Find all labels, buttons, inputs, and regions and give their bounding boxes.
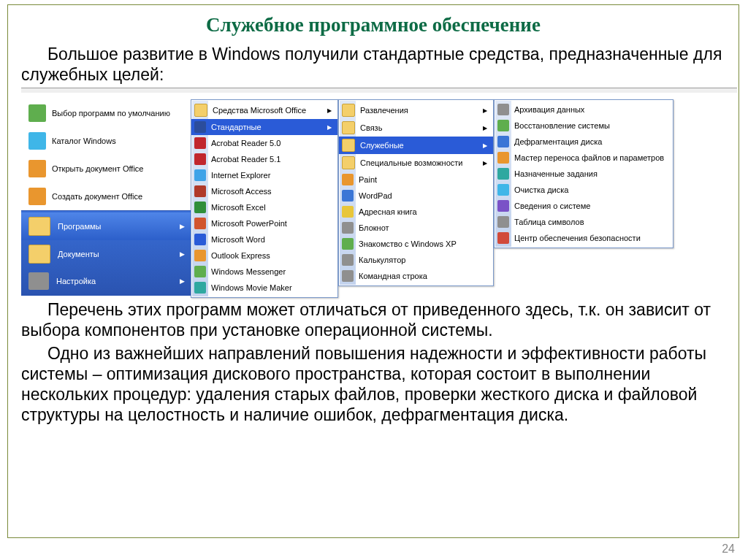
chevron-right-icon: ▶ — [483, 160, 487, 166]
start-item-label: Открыть документ Office — [52, 164, 144, 173]
body-text: Перечень этих программ может отличаться … — [8, 299, 739, 425]
menu-item-label: Служебные — [360, 141, 404, 150]
menu-item[interactable]: Дефрагментация диска — [495, 134, 673, 150]
menu-item[interactable]: Развлечения▶ — [339, 101, 493, 119]
menu-item-label: Windows Movie Maker — [211, 283, 292, 292]
menu-item-label: Internet Explorer — [211, 171, 270, 180]
chevron-right-icon: ▶ — [483, 125, 487, 131]
intro-paragraph: Большое развитие в Windows получили стан… — [8, 44, 739, 85]
open-office-icon — [28, 160, 46, 177]
start-item[interactable]: Создать документ Office — [21, 183, 191, 210]
menu-item[interactable]: WordPad — [339, 188, 493, 204]
menu-item[interactable]: Связь▶ — [339, 119, 493, 137]
start-item[interactable]: Открыть документ Office — [21, 155, 191, 183]
menu-item[interactable]: Microsoft Word — [191, 231, 337, 248]
menu-item[interactable]: Windows Movie Maker — [191, 280, 337, 296]
chevron-right-icon: ▶ — [483, 107, 487, 114]
menu-item[interactable]: Восстановление системы — [495, 118, 673, 134]
menu-item[interactable]: Стандартные▶ — [191, 119, 337, 135]
program-icon — [342, 270, 354, 282]
menu-item-label: Таблица символов — [514, 218, 584, 226]
menu-item-label: WordPad — [359, 191, 392, 200]
program-icon — [194, 169, 206, 181]
program-icon — [497, 104, 509, 115]
program-icon — [342, 222, 354, 234]
menu-item[interactable]: Microsoft PowerPoint — [191, 215, 337, 231]
menu-item-label: Знакомство с Windows XP — [359, 239, 457, 248]
programs-submenu: Средства Microsoft Office▶Стандартные▶Ac… — [191, 99, 338, 298]
menu-item-label: Очистка диска — [514, 185, 568, 194]
program-icon — [194, 104, 207, 117]
system-tools-submenu: Архивация данныхВосстановление системыДе… — [494, 99, 673, 248]
start-item-label: Выбор программ по умолчанию — [52, 109, 170, 118]
menu-item[interactable]: Центр обеспечения безопасности — [495, 230, 673, 246]
menu-item[interactable]: Windows Messenger — [191, 264, 337, 280]
menu-item[interactable]: Таблица символов — [495, 214, 673, 230]
standard-submenu: Развлечения▶Связь▶Служебные▶Специальные … — [338, 99, 494, 286]
menu-item[interactable]: Знакомство с Windows XP — [339, 236, 493, 252]
menu-item[interactable]: Специальные возможности▶ — [339, 154, 493, 172]
program-icon — [497, 184, 509, 196]
menu-item[interactable]: Сведения о системе — [495, 198, 673, 214]
menu-item-label: Сведения о системе — [514, 202, 590, 210]
menu-item[interactable]: Архивация данных — [495, 101, 673, 118]
menu-item[interactable]: Internet Explorer — [191, 167, 337, 183]
start-settings[interactable]: Настройка ▶ — [21, 268, 191, 294]
menu-item[interactable]: Блокнот — [339, 220, 493, 236]
menu-item-label: Центр обеспечения безопасности — [514, 234, 641, 242]
menu-item[interactable]: Мастер переноса файлов и параметров — [495, 150, 673, 166]
menu-item[interactable]: Outlook Express — [191, 248, 337, 264]
menu-item[interactable]: Адресная книга — [339, 204, 493, 220]
program-icon — [342, 238, 354, 250]
program-icon — [342, 156, 355, 169]
program-icon — [342, 190, 354, 202]
menu-item[interactable]: Командная строка — [339, 268, 493, 284]
para-1: Большое развитие в Windows получили стан… — [21, 44, 727, 85]
para-3: Одно из важнейших направлений повышения … — [21, 343, 727, 425]
start-left-panel: Выбор программ по умолчанию Каталог Wind… — [21, 99, 191, 296]
menu-item-label: Средства Microsoft Office — [213, 106, 306, 115]
program-icon — [342, 104, 355, 117]
program-icon — [497, 232, 509, 244]
program-icon — [497, 152, 509, 164]
menu-item[interactable]: Acrobat Reader 5.1 — [191, 151, 337, 167]
menu-item[interactable]: Служебные▶ — [339, 137, 493, 154]
start-documents[interactable]: Документы ▶ — [21, 240, 191, 268]
menu-item-label: Командная строка — [359, 272, 427, 280]
menu-item-label: Мастер переноса файлов и параметров — [514, 153, 664, 162]
start-item[interactable]: Выбор программ по умолчанию — [21, 99, 191, 127]
menu-item[interactable]: Назначенные задания — [495, 166, 673, 182]
program-icon — [497, 200, 509, 212]
program-icon — [194, 185, 206, 197]
menu-item-label: Стандартные — [211, 123, 262, 131]
documents-icon — [28, 245, 50, 264]
ruler-decor — [21, 88, 737, 99]
program-icon — [194, 282, 206, 294]
menu-item[interactable]: Очистка диска — [495, 182, 673, 198]
program-icon — [194, 218, 206, 229]
program-icon — [342, 206, 354, 218]
menu-item-label: Microsoft PowerPoint — [211, 219, 287, 228]
menu-item-label: Назначенные задания — [514, 169, 598, 178]
menu-item[interactable]: Средства Microsoft Office▶ — [191, 101, 337, 119]
start-programs[interactable]: Программы ▶ — [21, 212, 191, 240]
menu-item[interactable]: Microsoft Access — [191, 183, 337, 199]
program-icon — [342, 139, 355, 152]
menu-item[interactable]: Калькулятор — [339, 252, 493, 268]
stripe-label: Настройка — [56, 277, 96, 285]
menu-item-label: Microsoft Access — [211, 187, 272, 196]
program-icon — [497, 168, 509, 180]
menu-item[interactable]: Acrobat Reader 5.0 — [191, 135, 337, 151]
menu-item-label: Acrobat Reader 5.0 — [211, 139, 280, 147]
start-item[interactable]: Каталог Windows — [21, 127, 191, 155]
program-icon — [194, 202, 206, 213]
program-icon — [342, 174, 354, 185]
program-icon — [497, 136, 509, 147]
program-icon — [194, 234, 206, 245]
menu-item-label: Microsoft Word — [211, 235, 265, 244]
menu-item[interactable]: Microsoft Excel — [191, 199, 337, 215]
menu-item[interactable]: Paint — [339, 172, 493, 188]
program-icon — [194, 137, 206, 149]
menu-item-label: Развлечения — [360, 106, 408, 115]
program-icon — [497, 216, 509, 228]
